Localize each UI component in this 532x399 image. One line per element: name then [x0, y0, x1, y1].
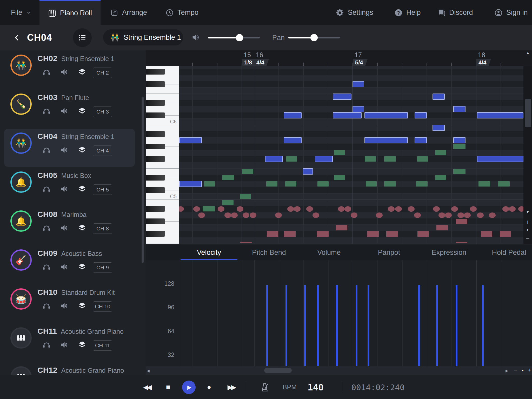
velocity-bar[interactable] — [285, 285, 287, 366]
mute-speaker-icon[interactable] — [60, 145, 69, 154]
track-row-CH03[interactable]: 🍾CH03Pan FluteCH 3 — [4, 90, 135, 128]
layers-icon[interactable] — [78, 145, 87, 154]
zoom-indicator-icon[interactable]: ● — [523, 228, 532, 232]
instrument-select-button[interactable]: 👬 String Ensemble 1 — [103, 29, 183, 45]
mute-speaker-icon[interactable] — [60, 184, 69, 193]
midi-note-selected-track[interactable] — [415, 137, 427, 143]
file-menu[interactable]: File — [11, 0, 32, 25]
piano-key-black[interactable] — [146, 81, 165, 87]
solo-headphones-icon[interactable] — [42, 68, 51, 76]
midi-note-selected-track[interactable] — [453, 137, 466, 143]
piano-key-black[interactable] — [146, 112, 165, 118]
track-row-CH11[interactable]: CH11Acoustic Grand PianoCH 11 — [4, 324, 135, 362]
midi-note-selected-track[interactable] — [477, 112, 523, 118]
solo-headphones-icon[interactable] — [42, 223, 51, 232]
tab-panpot[interactable]: Panpot — [359, 245, 419, 260]
midi-note-selected-track[interactable] — [433, 125, 445, 131]
track-avatar-CH09[interactable]: 🎸 — [10, 249, 32, 271]
track-avatar-CH12[interactable] — [10, 366, 32, 375]
solo-headphones-icon[interactable] — [42, 145, 51, 154]
track-row-CH10[interactable]: 🥁CH10Standard Drum KitCH 10 — [4, 285, 135, 323]
settings-button[interactable]: Settings — [336, 0, 373, 25]
layers-icon[interactable] — [78, 223, 87, 232]
piano-key-black[interactable] — [146, 100, 165, 106]
track-avatar-CH08[interactable]: 🔔 — [10, 210, 32, 232]
midi-note-selected-track[interactable] — [353, 106, 364, 112]
midi-note-selected-track[interactable] — [179, 137, 202, 143]
layers-icon[interactable] — [78, 107, 87, 115]
measure-ruler[interactable]: 151/8164/4175/4184/4▲ — [146, 50, 532, 66]
midi-note-selected-track[interactable] — [433, 94, 445, 100]
track-row-CH09[interactable]: 🎸CH09Acoustic BassCH 9 — [4, 246, 135, 284]
layers-icon[interactable] — [78, 68, 87, 76]
fast-forward-button[interactable]: ▶▶ — [222, 375, 240, 399]
tab-pitch-bend[interactable]: Pitch Bend — [239, 245, 299, 260]
piano-key-black[interactable] — [146, 175, 165, 181]
note-grid[interactable] — [179, 66, 523, 244]
midi-note-selected-track[interactable] — [284, 137, 302, 143]
velocity-bar[interactable] — [304, 285, 306, 366]
track-list-button[interactable] — [73, 28, 92, 47]
solo-headphones-icon[interactable] — [42, 184, 51, 193]
metronome-button[interactable] — [259, 375, 270, 399]
rewind-button[interactable]: ◀◀ — [138, 375, 156, 399]
midi-note-selected-track[interactable] — [315, 156, 333, 162]
zoom-level-icon[interactable]: ● — [522, 368, 524, 372]
horizontal-scrollbar-thumb[interactable] — [264, 368, 292, 373]
midi-note-selected-track[interactable] — [303, 168, 313, 175]
scroll-right-icon[interactable]: ▶ — [506, 369, 508, 373]
time-signature-badge[interactable]: 4/4 — [476, 59, 491, 66]
midi-note-selected-track[interactable] — [333, 94, 351, 100]
velocity-bar[interactable] — [482, 285, 484, 366]
velocity-bar[interactable] — [317, 285, 319, 366]
velocity-bar[interactable] — [336, 285, 338, 366]
play-button[interactable]: ▶ — [182, 381, 196, 394]
piano-key-black[interactable] — [146, 131, 165, 137]
stop-button[interactable]: ■ — [162, 375, 175, 399]
record-button[interactable]: ● — [203, 375, 216, 399]
grid-vertical-scrollbar[interactable] — [525, 99, 531, 127]
piano-keyboard[interactable]: C6C5 — [146, 66, 179, 244]
piano-key-black[interactable] — [146, 206, 165, 212]
track-avatar-CH11[interactable] — [10, 327, 32, 349]
midi-note-selected-track[interactable] — [453, 106, 466, 112]
piano-key-black[interactable] — [146, 144, 165, 149]
mute-speaker-icon[interactable] — [60, 107, 69, 115]
back-button[interactable] — [14, 33, 20, 42]
velocity-bar[interactable] — [456, 285, 457, 366]
track-row-CH02[interactable]: 👬CH02String Ensemble 1CH 2 — [4, 51, 135, 89]
pan-slider-thumb[interactable] — [310, 34, 318, 41]
midi-note-selected-track[interactable] — [364, 137, 408, 143]
scroll-up-icon[interactable]: ▲ — [524, 51, 531, 55]
zoom-out-vertical-icon[interactable]: − — [523, 235, 532, 242]
track-avatar-CH05[interactable]: 🔔 — [10, 171, 32, 193]
solo-headphones-icon[interactable] — [42, 107, 51, 115]
zoom-in-vertical-icon[interactable]: + — [523, 218, 532, 226]
tab-velocity[interactable]: Velocity — [179, 245, 239, 260]
track-avatar-CH10[interactable]: 🥁 — [10, 288, 32, 310]
volume-slider-thumb[interactable] — [236, 34, 243, 41]
piano-key-black[interactable] — [146, 156, 165, 162]
tab-expression[interactable]: Expression — [419, 245, 479, 260]
piano-key-black[interactable] — [146, 231, 165, 237]
tab-tempo[interactable]: Tempo — [165, 0, 198, 25]
layers-icon[interactable] — [78, 301, 87, 310]
velocity-bar[interactable] — [436, 285, 438, 366]
scroll-down-icon[interactable]: ▼ — [523, 210, 532, 214]
track-row-CH05[interactable]: 🔔CH05Music BoxCH 5 — [4, 168, 135, 206]
zoom-in-icon[interactable]: + — [528, 367, 531, 374]
layers-icon[interactable] — [78, 262, 87, 271]
mute-speaker-icon[interactable] — [60, 223, 69, 232]
mute-speaker-icon[interactable] — [60, 68, 69, 76]
velocity-plot[interactable] — [179, 260, 523, 366]
velocity-bar[interactable] — [368, 285, 369, 366]
layers-icon[interactable] — [78, 340, 87, 349]
zoom-out-icon[interactable]: − — [514, 367, 517, 374]
horizontal-scrollbar[interactable]: ◀ ▶ − ● + — [146, 366, 532, 375]
solo-headphones-icon[interactable] — [42, 340, 51, 349]
help-button[interactable]: ? Help — [394, 0, 421, 25]
mute-speaker-icon[interactable] — [60, 301, 69, 310]
track-row-CH04[interactable]: 👬CH04String Ensemble 1CH 4 — [4, 129, 135, 167]
track-row-CH08[interactable]: 🔔CH08MarimbaCH 8 — [4, 207, 135, 245]
midi-note-selected-track[interactable] — [477, 156, 523, 162]
